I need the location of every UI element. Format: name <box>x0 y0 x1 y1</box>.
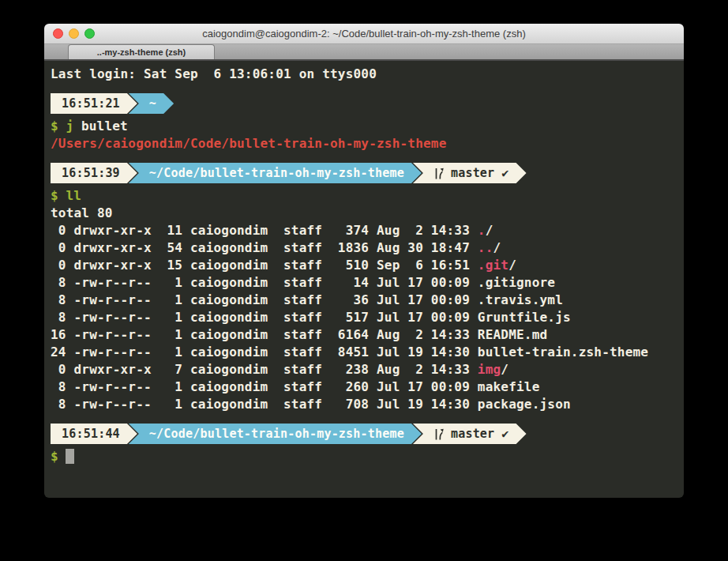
prompt-symbol: $ <box>51 188 58 203</box>
prompt-git-segment: master✔ <box>413 163 527 183</box>
file-row: 0 drwxr-xr-x 15 caiogondim staff 510 Sep… <box>51 257 677 274</box>
zoom-button[interactable] <box>84 28 95 39</box>
terminal-window: caiogondim@caiogondim-2: ~/Code/bullet-t… <box>44 24 684 498</box>
prompt-symbol: $ <box>51 449 58 464</box>
prompt-git-segment: master✔ <box>413 424 527 444</box>
git-branch-icon <box>433 427 444 441</box>
terminal-tab[interactable]: ..-my-zsh-theme (zsh) <box>68 44 215 59</box>
prompt-bar: 16:51:21 ~ <box>51 93 677 114</box>
title-bar[interactable]: caiogondim@caiogondim-2: ~/Code/bullet-t… <box>44 24 684 44</box>
prompt-time-segment: 16:51:39 <box>51 163 137 183</box>
terminal-screen[interactable]: Last login: Sat Sep 6 13:06:01 on ttys00… <box>44 61 684 498</box>
file-row: 8 -rw-r--r-- 1 caiogondim staff 36 Jul 1… <box>51 292 677 309</box>
minimize-button[interactable] <box>69 28 79 39</box>
file-name: makefile <box>478 379 540 394</box>
traffic-lights <box>53 24 95 43</box>
file-row: 8 -rw-r--r-- 1 caiogondim staff 260 Jul … <box>51 378 677 396</box>
git-branch-icon <box>433 167 444 180</box>
file-row: 8 -rw-r--r-- 1 caiogondim staff 14 Jul 1… <box>51 274 677 292</box>
git-status-check: ✔ <box>501 424 508 444</box>
prompt-path-segment: ~/Code/bullet-train-oh-my-zsh-theme <box>129 163 422 183</box>
git-branch-label: master <box>451 163 494 183</box>
prompt-symbol: $ <box>51 119 58 134</box>
last-login-line: Last login: Sat Sep 6 13:06:01 on ttys00… <box>51 66 677 83</box>
file-name: Gruntfile.js <box>478 310 571 325</box>
command-line: $jbullet <box>51 118 677 135</box>
directory-name: . <box>478 223 486 238</box>
file-name: .gitignore <box>478 275 555 290</box>
command-line-current[interactable]: $ <box>51 448 677 465</box>
window-title: caiogondim@caiogondim-2: ~/Code/bullet-t… <box>202 28 526 40</box>
prompt-time-segment: 16:51:21 <box>51 93 137 114</box>
prompt-time-segment: 16:51:44 <box>51 424 137 444</box>
file-name: README.md <box>478 327 548 342</box>
file-row: 0 drwxr-xr-x 11 caiogondim staff 374 Aug… <box>51 222 677 239</box>
git-branch-label: master <box>451 424 494 444</box>
text-cursor <box>66 449 74 464</box>
directory-name: .git <box>478 258 508 273</box>
file-row: 8 -rw-r--r-- 1 caiogondim staff 708 Jul … <box>51 396 677 413</box>
file-name: package.json <box>478 397 571 412</box>
file-row: 24 -rw-r--r-- 1 caiogondim staff 8451 Ju… <box>51 344 677 361</box>
directory-name: img <box>478 362 501 377</box>
command-text: j <box>66 119 73 134</box>
command-line: $ll <box>51 187 677 205</box>
file-listing: 0 drwxr-xr-x 11 caiogondim staff 374 Aug… <box>51 222 677 413</box>
command-arg: bullet <box>81 119 128 134</box>
file-name: bullet-train.zsh-theme <box>478 345 648 360</box>
close-button[interactable] <box>53 28 63 39</box>
file-name: .travis.yml <box>478 292 563 307</box>
command-text: ll <box>66 188 81 203</box>
file-row: 0 drwxr-xr-x 54 caiogondim staff 1836 Au… <box>51 239 677 257</box>
file-row: 0 drwxr-xr-x 7 caiogondim staff 238 Aug … <box>51 361 677 378</box>
git-status-check: ✔ <box>501 163 508 183</box>
prompt-bar: 16:51:44 ~/Code/bullet-train-oh-my-zsh-t… <box>51 424 677 444</box>
tab-bar: ..-my-zsh-theme (zsh) <box>44 44 684 61</box>
total-line: total 80 <box>51 205 677 222</box>
command-output: /Users/caiogondim/Code/bullet-train-oh-m… <box>51 135 677 152</box>
file-row: 8 -rw-r--r-- 1 caiogondim staff 517 Jul … <box>51 309 677 326</box>
directory-name: .. <box>478 240 493 255</box>
file-row: 16 -rw-r--r-- 1 caiogondim staff 6164 Au… <box>51 326 677 344</box>
prompt-bar: 16:51:39 ~/Code/bullet-train-oh-my-zsh-t… <box>51 163 677 183</box>
prompt-path-segment: ~/Code/bullet-train-oh-my-zsh-theme <box>129 424 422 444</box>
